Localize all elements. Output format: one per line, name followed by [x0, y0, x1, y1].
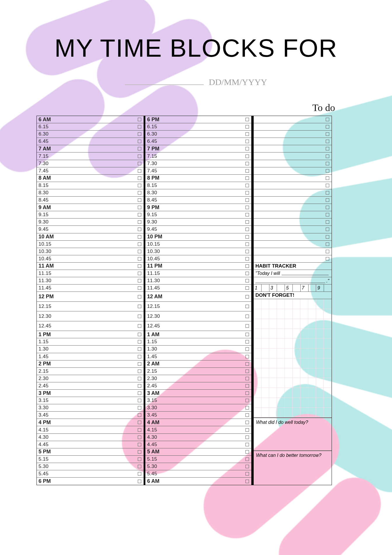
time-row[interactable]: 12 PM: [37, 292, 144, 302]
time-row[interactable]: 8 PM: [145, 175, 251, 182]
todo-row[interactable]: [254, 175, 332, 182]
habit-day-cell[interactable]: 9: [316, 285, 324, 292]
time-row[interactable]: 4 AM: [145, 419, 251, 426]
checkbox-icon[interactable]: [138, 443, 141, 446]
time-row[interactable]: 9.30: [145, 218, 251, 226]
checkbox-icon[interactable]: [138, 155, 141, 158]
checkbox-icon[interactable]: [138, 169, 141, 173]
checkbox-icon[interactable]: [326, 132, 329, 136]
checkbox-icon[interactable]: [245, 295, 249, 299]
time-row[interactable]: 6.15: [37, 123, 144, 131]
time-row[interactable]: 6 AM: [37, 116, 144, 123]
checkbox-icon[interactable]: [245, 155, 249, 158]
checkbox-icon[interactable]: [138, 184, 141, 187]
time-row[interactable]: 12.45: [145, 321, 251, 331]
time-row[interactable]: 2 AM: [145, 360, 251, 368]
checkbox-icon[interactable]: [326, 235, 329, 239]
time-row[interactable]: 11.30: [37, 277, 144, 285]
checkbox-icon[interactable]: [245, 428, 249, 432]
checkbox-icon[interactable]: [138, 472, 141, 476]
checkbox-icon[interactable]: [138, 286, 141, 290]
time-row[interactable]: 3.45: [145, 412, 251, 419]
checkbox-icon[interactable]: [138, 257, 141, 261]
checkbox-icon[interactable]: [245, 347, 249, 351]
checkbox-icon[interactable]: [326, 250, 329, 253]
time-row[interactable]: 5 PM: [37, 448, 144, 456]
checkbox-icon[interactable]: [245, 235, 249, 239]
checkbox-icon[interactable]: [138, 264, 141, 268]
time-row[interactable]: 8 AM: [37, 175, 144, 182]
checkbox-icon[interactable]: [245, 279, 249, 282]
checkbox-icon[interactable]: [245, 333, 249, 336]
checkbox-icon[interactable]: [245, 421, 249, 424]
checkbox-icon[interactable]: [138, 242, 141, 246]
checkbox-icon[interactable]: [138, 413, 141, 417]
time-row[interactable]: 7.30: [37, 160, 144, 167]
time-row[interactable]: 7.45: [145, 167, 251, 175]
time-row[interactable]: 9.15: [145, 211, 251, 218]
time-row[interactable]: 8.15: [37, 182, 144, 189]
time-row[interactable]: 8.15: [145, 182, 251, 189]
time-row[interactable]: 9 AM: [37, 204, 144, 211]
checkbox-icon[interactable]: [245, 457, 249, 461]
time-row[interactable]: 2.30: [37, 375, 144, 382]
time-row[interactable]: 11 PM: [145, 263, 251, 270]
time-row[interactable]: 2.15: [37, 368, 144, 375]
time-row[interactable]: 6.30: [145, 131, 251, 138]
checkbox-icon[interactable]: [245, 184, 249, 187]
todo-row[interactable]: [254, 138, 332, 145]
time-row[interactable]: 4.30: [145, 434, 251, 441]
time-row[interactable]: 11.45: [37, 285, 144, 292]
todo-row[interactable]: [254, 123, 332, 131]
checkbox-icon[interactable]: [245, 305, 249, 308]
todo-row[interactable]: [254, 182, 332, 189]
checkbox-icon[interactable]: [326, 176, 329, 180]
habit-day-cell[interactable]: 3: [269, 285, 277, 292]
checkbox-icon[interactable]: [138, 421, 141, 424]
time-row[interactable]: 7.15: [145, 152, 251, 160]
time-row[interactable]: 5.15: [37, 456, 144, 463]
time-row[interactable]: 3.15: [145, 397, 251, 404]
time-row[interactable]: 3 AM: [145, 390, 251, 397]
time-row[interactable]: 9.45: [145, 226, 251, 233]
time-row[interactable]: 9.30: [37, 218, 144, 226]
time-row[interactable]: 7.30: [145, 160, 251, 167]
checkbox-icon[interactable]: [138, 132, 141, 136]
time-row[interactable]: 6.45: [145, 138, 251, 145]
time-row[interactable]: 1.45: [145, 353, 251, 360]
checkbox-icon[interactable]: [326, 162, 329, 165]
todo-row[interactable]: [254, 160, 332, 167]
time-row[interactable]: 8.45: [145, 197, 251, 204]
time-row[interactable]: 12.15: [145, 302, 251, 312]
time-row[interactable]: 2 PM: [37, 360, 144, 368]
checkbox-icon[interactable]: [326, 140, 329, 143]
checkbox-icon[interactable]: [138, 370, 141, 373]
time-row[interactable]: 10.15: [145, 241, 251, 248]
time-row[interactable]: 1 PM: [37, 331, 144, 338]
checkbox-icon[interactable]: [326, 118, 329, 121]
time-row[interactable]: 9 PM: [145, 204, 251, 211]
checkbox-icon[interactable]: [138, 140, 141, 143]
checkbox-icon[interactable]: [245, 242, 249, 246]
time-row[interactable]: 4.15: [145, 426, 251, 433]
time-row[interactable]: 3.45: [37, 412, 144, 419]
checkbox-icon[interactable]: [245, 399, 249, 402]
checkbox-icon[interactable]: [245, 250, 249, 253]
checkbox-icon[interactable]: [326, 220, 329, 224]
time-row[interactable]: 12.45: [37, 321, 144, 331]
checkbox-icon[interactable]: [245, 272, 249, 275]
time-row[interactable]: 10 AM: [37, 233, 144, 241]
todo-row[interactable]: [254, 189, 332, 197]
time-row[interactable]: 7.15: [37, 152, 144, 160]
time-row[interactable]: 12 AM: [145, 292, 251, 302]
time-row[interactable]: 7 AM: [37, 145, 144, 152]
habit-day-cell[interactable]: [324, 285, 332, 292]
time-row[interactable]: 6.15: [145, 123, 251, 131]
time-row[interactable]: 1.15: [37, 338, 144, 346]
time-row[interactable]: 5.30: [37, 463, 144, 470]
time-row[interactable]: 9.45: [37, 226, 144, 233]
checkbox-icon[interactable]: [138, 384, 141, 388]
todo-row[interactable]: [254, 241, 332, 248]
time-row[interactable]: 10.45: [37, 255, 144, 263]
write-line[interactable]: [255, 279, 325, 283]
